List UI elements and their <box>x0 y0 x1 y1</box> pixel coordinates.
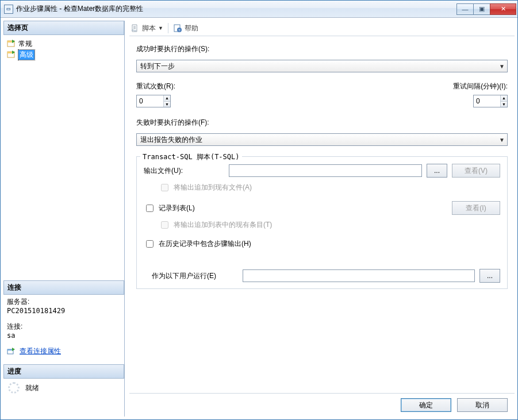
spin-up-icon[interactable]: ▲ <box>501 95 507 102</box>
connection-header: 连接 <box>3 280 124 295</box>
append-file-label: 将输出追加到现有文件(A) <box>174 183 252 192</box>
minimize-button[interactable]: — <box>456 3 474 15</box>
titlebar[interactable]: ▭ 作业步骤属性 - 检查Mater数据库的完整性 — ▣ ✕ <box>1 1 517 18</box>
on-failure-label: 失败时要执行的操作(F): <box>136 118 508 128</box>
spin-down-icon[interactable]: ▼ <box>501 102 507 107</box>
on-failure-value: 退出报告失败的作业 <box>140 135 202 145</box>
ok-button[interactable]: 确定 <box>401 398 451 412</box>
output-file-input[interactable] <box>229 164 422 177</box>
page-icon <box>7 40 16 49</box>
run-as-browse-button[interactable]: ... <box>479 269 500 283</box>
log-table-label: 记录到表(L) <box>159 203 195 213</box>
connection-properties-icon <box>7 347 16 356</box>
help-icon: ? <box>173 24 182 33</box>
help-button[interactable]: ? 帮助 <box>173 24 198 33</box>
view-output-file-button[interactable]: 查看(V) <box>452 164 500 178</box>
server-label: 服务器: <box>7 297 121 307</box>
server-value: PC201510181429 <box>7 307 121 315</box>
progress-section: 进度 就绪 <box>3 364 124 397</box>
include-history-checkbox[interactable] <box>146 240 154 248</box>
connection-section: 连接 服务器: PC201510181429 连接: sa 查看连接属 <box>3 280 124 359</box>
append-table-label: 将输出追加到表中的现有条目(T) <box>174 220 272 230</box>
progress-status: 就绪 <box>25 383 39 393</box>
close-button[interactable]: ✕ <box>490 3 516 15</box>
chevron-down-icon: ▼ <box>499 137 505 143</box>
tsql-fieldset: Transact-SQL 脚本(T-SQL) 输出文件(U): ... 查看(V… <box>136 156 508 289</box>
left-pane: 选择页 常规 高级 连接 <box>3 21 124 417</box>
on-failure-select[interactable]: 退出报告失败的作业 ▼ <box>136 133 508 146</box>
view-table-button[interactable]: 查看(I) <box>452 201 500 215</box>
include-history-label: 在历史记录中包含步骤输出(H) <box>159 239 251 249</box>
append-table-checkbox <box>161 221 168 229</box>
connection-value: sa <box>7 332 121 340</box>
select-page-header: 选择页 <box>3 21 124 35</box>
retry-count-spinner[interactable]: ▲▼ <box>136 95 171 107</box>
maximize-button[interactable]: ▣ <box>473 3 490 15</box>
cancel-button[interactable]: 取消 <box>457 398 508 412</box>
script-icon <box>131 24 140 33</box>
browse-button[interactable]: ... <box>427 164 447 178</box>
retry-count-label: 重试次数(R): <box>136 82 175 91</box>
dropdown-arrow-icon: ▼ <box>158 25 163 31</box>
help-label: 帮助 <box>185 24 198 33</box>
page-icon <box>7 51 16 60</box>
on-success-label: 成功时要执行的操作(S): <box>136 44 508 54</box>
toolbar: 脚本 ▼ ? 帮助 <box>129 21 515 36</box>
on-success-value: 转到下一步 <box>140 61 175 71</box>
connection-label: 连接: <box>7 322 121 332</box>
output-file-label: 输出文件(U): <box>144 166 224 176</box>
sidebar-item-label: 高级 <box>18 50 34 60</box>
page-list: 常规 高级 <box>3 37 124 60</box>
view-connection-properties-link[interactable]: 查看连接属性 <box>20 346 61 356</box>
right-pane: 脚本 ▼ ? 帮助 成功时要执行的操作(S): 转到下一步 ▼ <box>124 21 515 417</box>
tsql-legend: Transact-SQL 脚本(T-SQL) <box>140 152 242 162</box>
log-table-checkbox[interactable] <box>146 205 154 212</box>
spin-up-icon[interactable]: ▲ <box>164 95 170 102</box>
run-as-input[interactable] <box>243 269 475 282</box>
script-button[interactable]: 脚本 ▼ <box>131 24 163 33</box>
retry-count-input[interactable] <box>137 95 163 107</box>
retry-interval-label: 重试间隔(分钟)(I): <box>453 82 508 91</box>
sidebar-item-advanced[interactable]: 高级 <box>6 49 122 60</box>
window-title: 作业步骤属性 - 检查Mater数据库的完整性 <box>16 4 143 14</box>
progress-header: 进度 <box>3 364 124 379</box>
spin-down-icon[interactable]: ▼ <box>164 102 170 107</box>
sidebar-item-label: 常规 <box>18 39 32 49</box>
retry-interval-spinner[interactable]: ▲▼ <box>473 95 508 107</box>
script-label: 脚本 <box>142 24 156 33</box>
chevron-down-icon: ▼ <box>499 63 505 70</box>
app-icon: ▭ <box>4 5 13 14</box>
retry-interval-input[interactable] <box>474 95 500 107</box>
sidebar-item-general[interactable]: 常规 <box>6 38 122 49</box>
run-as-label: 作为以下用户运行(E) <box>152 271 238 281</box>
window-frame: ▭ 作业步骤属性 - 检查Mater数据库的完整性 — ▣ ✕ 选择页 常规 <box>0 0 518 420</box>
on-success-select[interactable]: 转到下一步 ▼ <box>136 60 508 72</box>
toolbar-separator <box>168 23 168 33</box>
append-file-checkbox <box>161 184 168 191</box>
progress-spinner-icon <box>8 382 20 394</box>
dialog-footer: 确定 取消 <box>129 393 515 417</box>
